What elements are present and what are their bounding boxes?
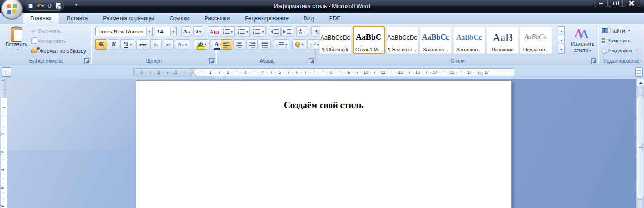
- minimize-button[interactable]: [595, 0, 608, 7]
- vertical-scrollbar[interactable]: [636, 79, 644, 208]
- paragraph-dialog-launcher[interactable]: [309, 58, 314, 64]
- font-family-combo[interactable]: Times New Roman ▾: [95, 27, 153, 36]
- undo-button[interactable]: ↶▾: [37, 2, 44, 10]
- style-card[interactable]: AaBbCсЗаголово...: [420, 26, 452, 54]
- subscript-button[interactable]: x₂: [150, 39, 162, 50]
- style-card[interactable]: AaBbCСтиль1 М...: [353, 26, 385, 54]
- align-center-button[interactable]: [233, 39, 245, 50]
- change-case-button[interactable]: Aa: [175, 39, 190, 50]
- paste-label: Вставить: [6, 42, 28, 47]
- right-indent-marker[interactable]: [479, 72, 483, 75]
- scrollbar-thumb[interactable]: [637, 95, 644, 200]
- select-button[interactable]: Выделить: [600, 46, 644, 55]
- font-dialog-launcher[interactable]: [209, 58, 215, 64]
- numbering-button[interactable]: [236, 26, 250, 37]
- clipboard-group-label: Буфер обмена: [29, 58, 63, 64]
- bold-button[interactable]: Ж: [95, 39, 107, 50]
- tab-PDF[interactable]: PDF: [322, 13, 348, 24]
- ruler-number: 2: [0, 133, 6, 135]
- restore-button[interactable]: [609, 0, 621, 7]
- style-card[interactable]: AaBbCcDc¶ Обычный: [319, 26, 351, 54]
- justify-icon: [262, 42, 268, 48]
- italic-button[interactable]: К: [108, 39, 119, 50]
- shading-button[interactable]: [292, 39, 306, 50]
- ruler-dot: ·: [309, 69, 311, 75]
- ruler-dot: ·: [180, 69, 181, 75]
- font-size-combo[interactable]: 14 ▾: [155, 27, 177, 36]
- ruler-dot: ·: [3, 126, 4, 133]
- gallery-up-button[interactable]: ▲: [558, 26, 565, 35]
- ruler-dot: ·: [197, 69, 198, 75]
- ruler-dot: ·: [404, 69, 405, 75]
- style-card[interactable]: AaBbCcЗаголово...: [453, 26, 485, 54]
- left-indent-marker[interactable]: [191, 75, 196, 76]
- print-preview-button[interactable]: [56, 2, 61, 10]
- customize-qat-button[interactable]: ▾: [75, 3, 77, 7]
- document-heading[interactable]: Создаём свой стиль: [136, 100, 511, 110]
- align-center-icon: [236, 42, 242, 48]
- ruler-dot: ·: [3, 180, 4, 186]
- tab-selector-button[interactable]: ∟: [2, 67, 11, 77]
- vertical-ruler[interactable]: 1····1··2··3··4··5··6: [1, 79, 7, 208]
- chevron-down-icon[interactable]: ▾: [170, 27, 176, 36]
- save-button[interactable]: [28, 2, 33, 10]
- gallery-down-button[interactable]: ▼: [558, 36, 565, 45]
- tab-Рецензирование[interactable]: Рецензирование: [237, 13, 296, 24]
- line-spacing-button[interactable]: ↕: [274, 39, 289, 50]
- replace-button[interactable]: abac Заменить: [600, 36, 644, 45]
- ruler-dot: ·: [206, 69, 207, 75]
- ruler-toggle-button[interactable]: [635, 67, 643, 77]
- tab-Рассылки[interactable]: Рассылки: [197, 13, 237, 24]
- highlight-button[interactable]: ab: [194, 39, 210, 50]
- chevron-down-icon[interactable]: ▾: [42, 4, 44, 8]
- underline-button[interactable]: Ч: [120, 39, 135, 50]
- find-button[interactable]: Найти: [600, 26, 644, 35]
- ruler-tick: [254, 71, 254, 74]
- justify-button[interactable]: [259, 39, 271, 50]
- grow-font-button[interactable]: А▴: [181, 26, 191, 37]
- ruler-tick: [461, 71, 461, 74]
- horizontal-ruler[interactable]: 3··2··1····1··2··3··4··5··6··7··8··9··10…: [133, 68, 514, 76]
- clipboard-dialog-launcher[interactable]: [84, 58, 90, 64]
- tab-Главная[interactable]: Главная: [23, 13, 59, 24]
- paste-button[interactable]: Вставить: [3, 26, 30, 56]
- tab-Ссылки[interactable]: Ссылки: [162, 13, 197, 24]
- increase-indent-button[interactable]: [281, 26, 293, 37]
- format-painter-button[interactable]: Формат по образцу: [31, 47, 91, 55]
- strikethrough-button[interactable]: abc: [136, 39, 149, 50]
- ruler-dot: ·: [430, 69, 431, 75]
- ruler-dot: ·: [344, 69, 345, 75]
- style-card[interactable]: AaBbCcDc¶ Без инте...: [386, 26, 418, 54]
- tab-Вставка[interactable]: Вставка: [59, 13, 96, 24]
- first-line-indent-marker[interactable]: [191, 69, 196, 72]
- style-card[interactable]: АаВНазвание: [487, 26, 519, 54]
- decrease-indent-button[interactable]: [269, 26, 281, 37]
- tab-Вид[interactable]: Вид: [296, 13, 322, 24]
- copy-button[interactable]: Копировать: [31, 37, 91, 45]
- ruler-number: 2: [157, 69, 160, 75]
- tab-Разметка страницы[interactable]: Разметка страницы: [95, 13, 162, 24]
- ruler-dot: ·: [3, 82, 4, 88]
- v-ruler-ticks: 1····1··2··3··4··5··6: [1, 79, 7, 208]
- align-left-button[interactable]: [221, 39, 232, 50]
- close-button[interactable]: [622, 0, 640, 7]
- style-card[interactable]: AaBbCc.Подзагол...: [520, 26, 552, 54]
- gallery-more-button[interactable]: ▼: [558, 45, 565, 54]
- sort-button[interactable]: АЯ ↓: [296, 26, 308, 37]
- multilevel-list-button[interactable]: [251, 26, 266, 37]
- chevron-down-icon[interactable]: ▾: [146, 27, 152, 36]
- ruler-number: 1: [175, 69, 177, 75]
- redo-button[interactable]: ↺: [47, 2, 52, 10]
- change-styles-button[interactable]: AA Изменить стили: [568, 26, 597, 55]
- numbered-list-icon: [240, 29, 245, 34]
- styles-dialog-launcher[interactable]: [591, 58, 596, 64]
- minimize-icon: [599, 3, 603, 4]
- align-right-button[interactable]: [246, 39, 258, 50]
- bullets-button[interactable]: [221, 26, 235, 37]
- shrink-font-button[interactable]: А▾: [193, 26, 203, 37]
- superscript-button[interactable]: x²: [163, 39, 174, 50]
- font-group-label: Шрифт: [146, 58, 163, 64]
- cut-button[interactable]: ✂ Вырезать: [31, 27, 91, 35]
- document-page[interactable]: Создаём свой стиль: [136, 80, 512, 208]
- scroll-up-button[interactable]: [637, 79, 644, 87]
